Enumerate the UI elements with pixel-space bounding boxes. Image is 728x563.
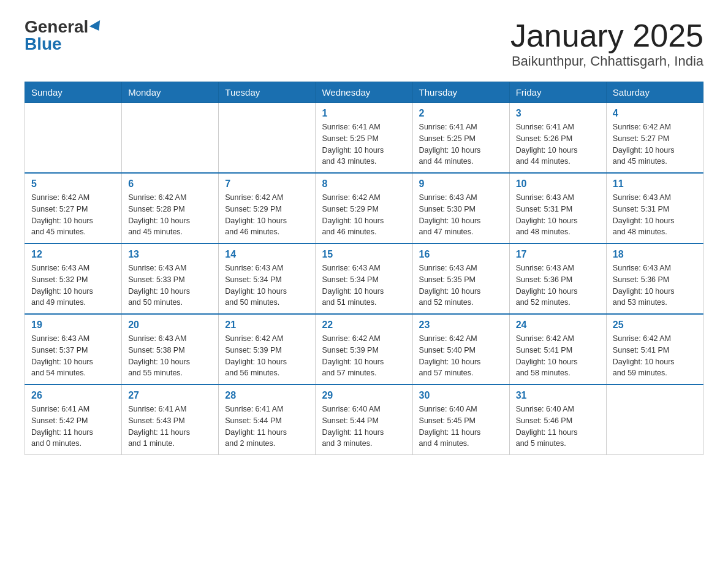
- day-number: 23: [419, 320, 503, 331]
- weekday-header-friday: Friday: [509, 82, 606, 103]
- calendar-cell: 10Sunrise: 6:43 AM Sunset: 5:31 PM Dayli…: [509, 173, 606, 243]
- logo: General Blue: [25, 18, 103, 53]
- page-header: General Blue January 2025 Baikunthpur, C…: [25, 18, 703, 69]
- day-info: Sunrise: 6:40 AM Sunset: 5:46 PM Dayligh…: [516, 404, 600, 450]
- calendar-cell: 28Sunrise: 6:41 AM Sunset: 5:44 PM Dayli…: [219, 385, 316, 455]
- day-info: Sunrise: 6:42 AM Sunset: 5:41 PM Dayligh…: [516, 333, 600, 379]
- day-number: 28: [225, 390, 309, 401]
- calendar-cell: [219, 103, 316, 174]
- calendar-cell: 30Sunrise: 6:40 AM Sunset: 5:45 PM Dayli…: [412, 385, 509, 455]
- day-info: Sunrise: 6:41 AM Sunset: 5:25 PM Dayligh…: [419, 121, 503, 167]
- weekday-header-wednesday: Wednesday: [316, 82, 412, 103]
- day-info: Sunrise: 6:42 AM Sunset: 5:39 PM Dayligh…: [322, 333, 406, 379]
- calendar-cell: 14Sunrise: 6:43 AM Sunset: 5:34 PM Dayli…: [219, 243, 316, 314]
- weekday-header-saturday: Saturday: [606, 82, 703, 103]
- logo-blue-text: Blue: [25, 36, 62, 53]
- day-info: Sunrise: 6:42 AM Sunset: 5:41 PM Dayligh…: [613, 333, 697, 379]
- calendar-cell: 15Sunrise: 6:43 AM Sunset: 5:34 PM Dayli…: [316, 243, 412, 314]
- calendar-cell: 1Sunrise: 6:41 AM Sunset: 5:25 PM Daylig…: [316, 103, 412, 174]
- day-number: 24: [516, 320, 600, 331]
- day-info: Sunrise: 6:43 AM Sunset: 5:34 PM Dayligh…: [225, 262, 309, 308]
- day-number: 8: [322, 178, 406, 190]
- calendar-cell: 5Sunrise: 6:42 AM Sunset: 5:27 PM Daylig…: [25, 173, 122, 243]
- calendar-cell: 2Sunrise: 6:41 AM Sunset: 5:25 PM Daylig…: [412, 103, 509, 174]
- calendar-cell: 18Sunrise: 6:43 AM Sunset: 5:36 PM Dayli…: [606, 243, 703, 314]
- calendar-cell: 16Sunrise: 6:43 AM Sunset: 5:35 PM Dayli…: [412, 243, 509, 314]
- calendar-title: January 2025: [510, 18, 703, 53]
- day-number: 2: [419, 108, 503, 119]
- day-number: 6: [128, 178, 212, 190]
- day-number: 7: [225, 178, 309, 190]
- day-number: 3: [516, 108, 600, 119]
- day-info: Sunrise: 6:42 AM Sunset: 5:27 PM Dayligh…: [31, 192, 115, 238]
- calendar-cell: 25Sunrise: 6:42 AM Sunset: 5:41 PM Dayli…: [606, 314, 703, 385]
- day-number: 13: [128, 249, 212, 260]
- calendar-cell: 13Sunrise: 6:43 AM Sunset: 5:33 PM Dayli…: [122, 243, 219, 314]
- calendar-cell: 29Sunrise: 6:40 AM Sunset: 5:44 PM Dayli…: [316, 385, 412, 455]
- day-info: Sunrise: 6:42 AM Sunset: 5:29 PM Dayligh…: [225, 192, 309, 238]
- weekday-header-monday: Monday: [122, 82, 219, 103]
- calendar-cell: 3Sunrise: 6:41 AM Sunset: 5:26 PM Daylig…: [509, 103, 606, 174]
- day-number: 31: [516, 390, 600, 401]
- day-number: 17: [516, 249, 600, 260]
- day-info: Sunrise: 6:43 AM Sunset: 5:35 PM Dayligh…: [419, 262, 503, 308]
- calendar-cell: 12Sunrise: 6:43 AM Sunset: 5:32 PM Dayli…: [25, 243, 122, 314]
- day-number: 5: [31, 178, 115, 190]
- day-number: 15: [322, 249, 406, 260]
- calendar-cell: 8Sunrise: 6:42 AM Sunset: 5:29 PM Daylig…: [316, 173, 412, 243]
- calendar-cell: 19Sunrise: 6:43 AM Sunset: 5:37 PM Dayli…: [25, 314, 122, 385]
- day-number: 18: [613, 249, 697, 260]
- day-info: Sunrise: 6:42 AM Sunset: 5:29 PM Dayligh…: [322, 192, 406, 238]
- day-info: Sunrise: 6:41 AM Sunset: 5:44 PM Dayligh…: [225, 404, 309, 450]
- day-info: Sunrise: 6:43 AM Sunset: 5:32 PM Dayligh…: [31, 262, 115, 308]
- day-number: 19: [31, 320, 115, 331]
- calendar-cell: 7Sunrise: 6:42 AM Sunset: 5:29 PM Daylig…: [219, 173, 316, 243]
- day-info: Sunrise: 6:42 AM Sunset: 5:39 PM Dayligh…: [225, 333, 309, 379]
- day-number: 16: [419, 249, 503, 260]
- calendar-week-row: 12Sunrise: 6:43 AM Sunset: 5:32 PM Dayli…: [25, 243, 703, 314]
- day-number: 29: [322, 390, 406, 401]
- weekday-header-tuesday: Tuesday: [219, 82, 316, 103]
- day-number: 25: [613, 320, 697, 331]
- calendar-cell: [122, 103, 219, 174]
- day-number: 4: [613, 108, 697, 119]
- calendar-cell: 24Sunrise: 6:42 AM Sunset: 5:41 PM Dayli…: [509, 314, 606, 385]
- day-number: 1: [322, 108, 406, 119]
- calendar-cell: 11Sunrise: 6:43 AM Sunset: 5:31 PM Dayli…: [606, 173, 703, 243]
- day-info: Sunrise: 6:41 AM Sunset: 5:25 PM Dayligh…: [322, 121, 406, 167]
- day-info: Sunrise: 6:43 AM Sunset: 5:37 PM Dayligh…: [31, 333, 115, 379]
- day-number: 14: [225, 249, 309, 260]
- day-number: 22: [322, 320, 406, 331]
- day-number: 12: [31, 249, 115, 260]
- logo-arrow-icon: [89, 20, 104, 34]
- calendar-week-row: 5Sunrise: 6:42 AM Sunset: 5:27 PM Daylig…: [25, 173, 703, 243]
- day-number: 30: [419, 390, 503, 401]
- day-info: Sunrise: 6:42 AM Sunset: 5:28 PM Dayligh…: [128, 192, 212, 238]
- day-info: Sunrise: 6:43 AM Sunset: 5:31 PM Dayligh…: [613, 192, 697, 238]
- day-info: Sunrise: 6:40 AM Sunset: 5:44 PM Dayligh…: [322, 404, 406, 450]
- calendar-cell: 23Sunrise: 6:42 AM Sunset: 5:40 PM Dayli…: [412, 314, 509, 385]
- day-number: 10: [516, 178, 600, 190]
- calendar-week-row: 1Sunrise: 6:41 AM Sunset: 5:25 PM Daylig…: [25, 103, 703, 174]
- day-info: Sunrise: 6:40 AM Sunset: 5:45 PM Dayligh…: [419, 404, 503, 450]
- calendar-cell: 17Sunrise: 6:43 AM Sunset: 5:36 PM Dayli…: [509, 243, 606, 314]
- calendar-week-row: 26Sunrise: 6:41 AM Sunset: 5:42 PM Dayli…: [25, 385, 703, 455]
- day-info: Sunrise: 6:43 AM Sunset: 5:36 PM Dayligh…: [516, 262, 600, 308]
- title-block: January 2025 Baikunthpur, Chhattisgarh, …: [510, 18, 703, 69]
- calendar-cell: 20Sunrise: 6:43 AM Sunset: 5:38 PM Dayli…: [122, 314, 219, 385]
- calendar-cell: 26Sunrise: 6:41 AM Sunset: 5:42 PM Dayli…: [25, 385, 122, 455]
- day-number: 11: [613, 178, 697, 190]
- calendar-cell: 6Sunrise: 6:42 AM Sunset: 5:28 PM Daylig…: [122, 173, 219, 243]
- day-number: 21: [225, 320, 309, 331]
- day-info: Sunrise: 6:42 AM Sunset: 5:27 PM Dayligh…: [613, 121, 697, 167]
- calendar-cell: 27Sunrise: 6:41 AM Sunset: 5:43 PM Dayli…: [122, 385, 219, 455]
- day-info: Sunrise: 6:43 AM Sunset: 5:31 PM Dayligh…: [516, 192, 600, 238]
- day-number: 26: [31, 390, 115, 401]
- calendar-cell: 4Sunrise: 6:42 AM Sunset: 5:27 PM Daylig…: [606, 103, 703, 174]
- day-info: Sunrise: 6:43 AM Sunset: 5:34 PM Dayligh…: [322, 262, 406, 308]
- day-info: Sunrise: 6:41 AM Sunset: 5:43 PM Dayligh…: [128, 404, 212, 450]
- calendar-week-row: 19Sunrise: 6:43 AM Sunset: 5:37 PM Dayli…: [25, 314, 703, 385]
- day-info: Sunrise: 6:43 AM Sunset: 5:30 PM Dayligh…: [419, 192, 503, 238]
- calendar-subtitle: Baikunthpur, Chhattisgarh, India: [510, 53, 703, 69]
- calendar-cell: 9Sunrise: 6:43 AM Sunset: 5:30 PM Daylig…: [412, 173, 509, 243]
